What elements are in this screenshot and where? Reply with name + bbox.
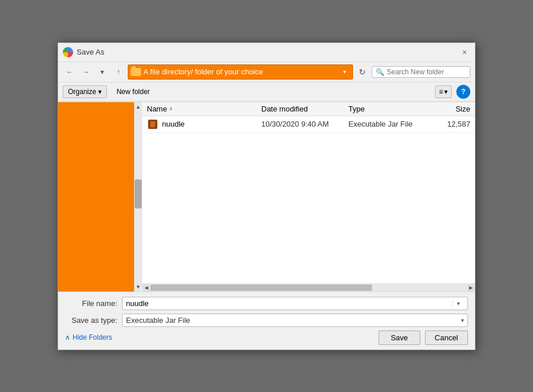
file-name: nuudle [162, 120, 185, 128]
cancel-button[interactable]: Cancel [425, 330, 468, 345]
sort-arrow: ∧ [169, 106, 173, 112]
save-as-dialog: Save As × ← → ▾ ↑ A file directory/ fold… [57, 42, 476, 350]
dialog-title: Save As [77, 48, 455, 56]
save-type-value: Executable Jar File [126, 316, 461, 325]
new-folder-label: New folder [117, 88, 150, 96]
footer-row: ∧ Hide Folders Save Cancel [65, 330, 468, 345]
save-type-label: Save as type: [65, 316, 117, 325]
file-type: Executable Jar File [348, 120, 430, 128]
folder-icon [131, 68, 141, 76]
sidebar-scroll-down[interactable]: ▼ [134, 282, 142, 292]
hide-folders-label: Hide Folders [73, 333, 112, 341]
action-bar: Organize ▾ New folder ≡ ▾ ? [58, 82, 475, 102]
save-type-select[interactable]: Executable Jar File ▾ [122, 314, 468, 327]
file-name-row: File name: ▾ [65, 297, 468, 310]
file-name-input[interactable] [126, 299, 452, 308]
title-bar: Save As × [58, 43, 475, 62]
refresh-button[interactable]: ↻ [355, 65, 369, 79]
file-name-dropdown-button[interactable]: ▾ [452, 300, 464, 307]
scroll-thumb [150, 285, 372, 291]
file-icon [147, 118, 159, 130]
size-column-header[interactable]: Size [430, 105, 470, 113]
search-input[interactable] [387, 68, 466, 76]
jar-file-icon [148, 120, 157, 129]
file-list-container: Name ∧ Date modified Type Size nuudle [142, 102, 475, 292]
forward-button[interactable]: → [79, 65, 93, 79]
organize-button[interactable]: Organize ▾ [63, 85, 107, 98]
date-column-header[interactable]: Date modified [261, 105, 348, 113]
save-type-row: Save as type: Executable Jar File ▾ [65, 314, 468, 327]
sidebar-scrollbar-thumb [135, 179, 142, 208]
address-text: A file directory/ folder of your choice [143, 67, 336, 76]
close-button[interactable]: × [459, 46, 470, 58]
navigation-toolbar: ← → ▾ ↑ A file directory/ folder of your… [58, 62, 475, 82]
save-type-arrow: ▾ [461, 317, 464, 323]
up-button[interactable]: ↑ [111, 65, 125, 79]
help-button[interactable]: ? [456, 85, 470, 99]
sidebar-scroll-up[interactable]: ▲ [134, 102, 142, 112]
action-buttons: Save Cancel [379, 330, 468, 345]
address-dropdown-button[interactable]: ▾ [338, 66, 350, 78]
hide-folders-arrow: ∧ [65, 333, 70, 341]
file-name-input-container: ▾ [122, 297, 468, 310]
file-name-cell: nuudle [147, 118, 261, 130]
type-column-header[interactable]: Type [348, 105, 430, 113]
search-bar: 🔍 [372, 66, 470, 78]
file-date: 10/30/2020 9:40 AM [261, 120, 348, 128]
table-row[interactable]: nuudle 10/30/2020 9:40 AM Executable Jar… [142, 116, 475, 133]
sidebar: ▲ ▼ [58, 102, 142, 292]
hide-folders-button[interactable]: ∧ Hide Folders [65, 333, 112, 341]
bottom-section: File name: ▾ Save as type: Executable Ja… [58, 292, 475, 350]
organize-arrow: ▾ [98, 88, 102, 96]
new-folder-button[interactable]: New folder [111, 85, 155, 98]
file-size: 12,587 [430, 120, 470, 128]
save-button[interactable]: Save [379, 330, 420, 345]
search-icon: 🔍 [376, 68, 384, 76]
scroll-left-button[interactable]: ◀ [142, 283, 150, 292]
nav-dropdown-button[interactable]: ▾ [95, 65, 109, 79]
view-icon: ≡ [439, 88, 443, 96]
name-column-header[interactable]: Name ∧ [147, 105, 261, 113]
scroll-track[interactable] [150, 284, 467, 292]
sidebar-scrollbar[interactable] [134, 112, 142, 282]
file-name-label: File name: [65, 299, 117, 308]
horizontal-scrollbar: ◀ ▶ [142, 283, 475, 292]
scroll-right-button[interactable]: ▶ [467, 283, 475, 292]
column-headers: Name ∧ Date modified Type Size [142, 102, 475, 116]
view-button[interactable]: ≡ ▾ [435, 85, 452, 98]
address-bar[interactable]: A file directory/ folder of your choice … [128, 64, 353, 80]
file-list: Name ∧ Date modified Type Size nuudle [142, 102, 475, 283]
chrome-icon [63, 47, 73, 57]
organize-label: Organize [68, 88, 96, 96]
back-button[interactable]: ← [63, 65, 77, 79]
main-content: ▲ ▼ Name ∧ Date modified Type Size [58, 102, 475, 292]
view-arrow: ▾ [444, 88, 448, 96]
